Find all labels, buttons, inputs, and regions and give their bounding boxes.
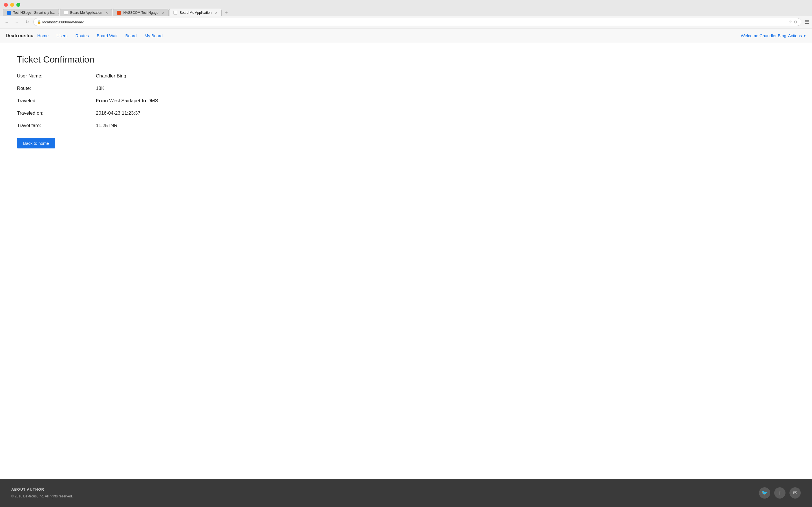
username-value: Chandler Bing bbox=[96, 73, 214, 79]
travel-fare-label: Travel fare: bbox=[17, 123, 96, 128]
app-navbar: DextrousInc HomeUsersRoutesBoard WaitBoa… bbox=[0, 29, 812, 43]
username-label: User Name: bbox=[17, 73, 96, 79]
minimize-traffic-light[interactable] bbox=[10, 3, 14, 7]
tab-favicon bbox=[7, 11, 11, 15]
nav-link-home[interactable]: Home bbox=[33, 33, 52, 38]
actions-dropdown[interactable]: Actions ▼ bbox=[788, 33, 806, 38]
bookmark-icon[interactable]: ☆ bbox=[789, 20, 792, 24]
facebook-icon[interactable]: f bbox=[774, 487, 785, 499]
ticket-grid: User Name: Chandler Bing Route: 18K Trav… bbox=[17, 73, 214, 149]
address-bar-row: ← → ↻ 🔒 localhost:8090/new-board ☆ ⚙ ☰ bbox=[0, 16, 812, 28]
back-button[interactable]: ← bbox=[3, 18, 11, 26]
brand-logo[interactable]: DextrousInc bbox=[6, 33, 33, 39]
browser-tab-tab2[interactable]: Board Me Application ✕ bbox=[60, 9, 112, 16]
from-location: West Saidapet bbox=[109, 98, 142, 103]
maximize-traffic-light[interactable] bbox=[16, 3, 20, 7]
traveled-value: From West Saidapet to DMS bbox=[96, 98, 214, 104]
tab-favicon bbox=[64, 11, 68, 15]
browser-tab-tab4[interactable]: Board Me Application ✕ bbox=[169, 9, 221, 16]
app-footer: ABOUT AUTHOR © 2016 Dextrous, Inc. All r… bbox=[0, 479, 812, 507]
reload-button[interactable]: ↻ bbox=[23, 18, 31, 26]
page-title: Ticket Confirmation bbox=[17, 54, 795, 65]
tab-label: Board Me Application bbox=[70, 11, 102, 15]
footer-copyright: © 2016 Dextrous, Inc. All rights reserve… bbox=[11, 494, 73, 498]
from-keyword: From bbox=[96, 98, 108, 103]
main-content: Ticket Confirmation User Name: Chandler … bbox=[0, 43, 812, 479]
nav-link-users[interactable]: Users bbox=[52, 33, 71, 38]
browser-chrome: TechNGage - Smart city h... ✕ Board Me A… bbox=[0, 0, 812, 29]
travel-fare-value: 11.25 INR bbox=[96, 123, 214, 128]
address-bar[interactable]: 🔒 localhost:8090/new-board ☆ ⚙ bbox=[33, 18, 801, 26]
tab-label: NASSCOM TechNgage bbox=[123, 11, 158, 15]
traffic-lights bbox=[0, 0, 812, 7]
about-author-label: ABOUT AUTHOR bbox=[11, 487, 73, 492]
new-tab-button[interactable]: + bbox=[222, 8, 230, 16]
settings-icon[interactable]: ⚙ bbox=[794, 20, 798, 24]
chevron-down-icon: ▼ bbox=[803, 34, 806, 38]
browser-tab-tab1[interactable]: TechNGage - Smart city h... ✕ bbox=[3, 9, 59, 16]
route-value: 18K bbox=[96, 86, 214, 91]
hamburger-menu[interactable]: ☰ bbox=[805, 19, 809, 25]
footer-left: ABOUT AUTHOR © 2016 Dextrous, Inc. All r… bbox=[11, 487, 73, 498]
nav-link-board[interactable]: Board bbox=[121, 33, 141, 38]
nav-link-my-board[interactable]: My Board bbox=[141, 33, 167, 38]
tab-favicon bbox=[173, 11, 177, 15]
welcome-text: Welcome Chandler Bing bbox=[741, 33, 786, 38]
address-text: localhost:8090/new-board bbox=[42, 20, 789, 24]
tab-close-icon[interactable]: ✕ bbox=[215, 11, 217, 15]
back-to-home-button[interactable]: Back to home bbox=[17, 138, 55, 149]
navbar-left: DextrousInc HomeUsersRoutesBoard WaitBoa… bbox=[6, 33, 167, 39]
address-icons: ☆ ⚙ bbox=[789, 20, 798, 24]
close-traffic-light[interactable] bbox=[4, 3, 8, 7]
nav-links: HomeUsersRoutesBoard WaitBoardMy Board bbox=[33, 33, 167, 38]
tab-label: TechNGage - Smart city h... bbox=[13, 11, 55, 15]
nav-link-routes[interactable]: Routes bbox=[71, 33, 93, 38]
footer-icons: 🐦f✉ bbox=[759, 487, 801, 499]
navbar-right: Welcome Chandler Bing Actions ▼ bbox=[741, 33, 806, 38]
tab-close-icon[interactable]: ✕ bbox=[58, 11, 59, 15]
actions-label: Actions bbox=[788, 33, 802, 38]
traveled-on-value: 2016-04-23 11:23:37 bbox=[96, 110, 214, 116]
tab-favicon bbox=[117, 11, 121, 15]
lock-icon: 🔒 bbox=[37, 20, 41, 24]
nav-link-board-wait[interactable]: Board Wait bbox=[93, 33, 121, 38]
twitter-icon[interactable]: 🐦 bbox=[759, 487, 770, 499]
back-btn-container: Back to home bbox=[17, 138, 214, 149]
route-label: Route: bbox=[17, 86, 96, 91]
forward-button[interactable]: → bbox=[13, 18, 21, 26]
tab-close-icon[interactable]: ✕ bbox=[162, 11, 164, 15]
to-keyword: to bbox=[142, 98, 146, 103]
tabs-bar: TechNGage - Smart city h... ✕ Board Me A… bbox=[0, 7, 812, 16]
tab-close-icon[interactable]: ✕ bbox=[105, 11, 108, 15]
email-icon[interactable]: ✉ bbox=[790, 487, 801, 499]
browser-tab-tab3[interactable]: NASSCOM TechNgage ✕ bbox=[113, 9, 168, 16]
traveled-on-label: Traveled on: bbox=[17, 110, 96, 116]
tab-label: Board Me Application bbox=[180, 11, 211, 15]
to-location: DMS bbox=[147, 98, 158, 103]
traveled-label: Traveled: bbox=[17, 98, 96, 104]
